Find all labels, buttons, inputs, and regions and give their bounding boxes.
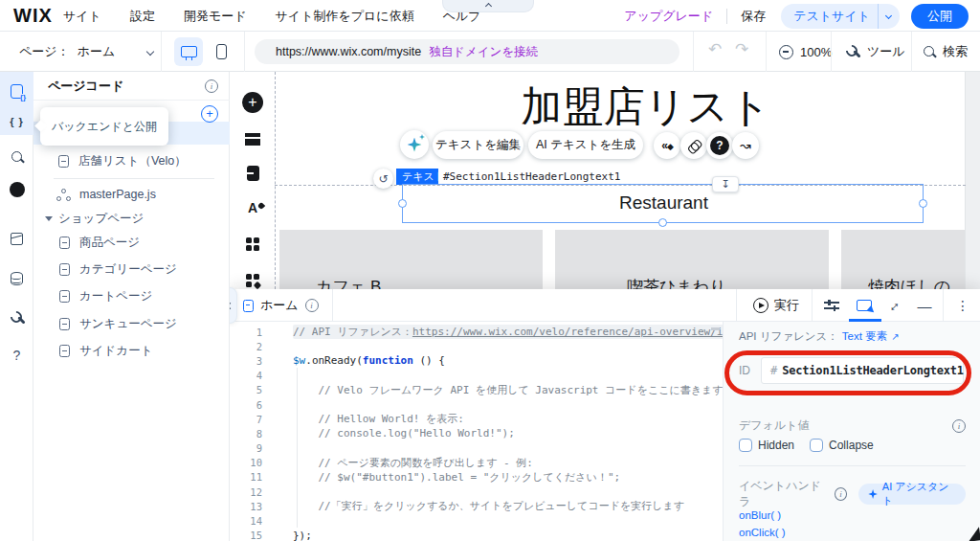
undo-button[interactable]: ↶ [708, 39, 722, 59]
app-market-button[interactable] [241, 233, 264, 256]
tree-item-side-cart[interactable]: サイドカート [33, 338, 230, 363]
tree-item-cart-page[interactable]: カートページ [33, 283, 230, 308]
menu-hire-pro[interactable]: サイト制作をプロに依頼 [276, 8, 414, 25]
redo-button[interactable]: ↷ [735, 39, 748, 59]
menu-site[interactable]: サイト [63, 8, 101, 25]
tree-item-label: サンキューページ [79, 316, 177, 332]
stretch-button[interactable]: ↧ [712, 176, 739, 192]
event-onblur[interactable]: onBlur( ) [739, 509, 781, 521]
store-card[interactable]: 喫茶ひまわり [555, 230, 829, 289]
event-onclick[interactable]: onClick( ) [739, 527, 786, 538]
element-select-mode-button[interactable] [850, 289, 879, 322]
animation-button[interactable]: «◆ [654, 132, 680, 159]
desktop-view-button[interactable] [174, 37, 203, 66]
page-elements-button[interactable] [241, 162, 264, 185]
wix-logo[interactable]: WIX [13, 5, 53, 27]
tree-item-product-page[interactable]: 商品ページ [33, 230, 230, 255]
tree-item-category-page[interactable]: カテゴリーページ [33, 257, 230, 282]
tree-item-masterpage[interactable]: masterPage.js [33, 182, 230, 207]
site-url-bar[interactable]: https://www.wix.com/mysite 独自ドメインを接続 [255, 39, 679, 64]
search-button[interactable]: 検索 [923, 32, 968, 72]
collapsed-panel-pill[interactable] [442, 0, 534, 12]
database-button[interactable] [0, 267, 33, 290]
expand-panel-button[interactable]: ↕ [882, 289, 909, 322]
minimize-panel-button[interactable]: — [911, 289, 938, 322]
add-section-button[interactable] [241, 127, 264, 150]
code-line[interactable]: 9 [230, 441, 723, 456]
code-line[interactable]: 1// API リファレンス：https://www.wix.com/velo/… [230, 325, 723, 339]
hidden-checkbox[interactable]: Hidden [739, 439, 794, 452]
connect-domain-link[interactable]: 独自ドメインを接続 [429, 44, 538, 60]
sparkle-icon [868, 489, 878, 499]
info-icon[interactable]: i [952, 419, 966, 433]
page-heading[interactable]: 加盟店リスト [507, 79, 785, 135]
selected-text[interactable]: Restaurant [403, 192, 924, 214]
mobile-view-button[interactable] [207, 37, 235, 66]
code-line[interactable]: 4 [230, 369, 723, 383]
code-line[interactable]: 7 // Hellow World! を表示: [230, 412, 723, 426]
code-files-button[interactable]: { } [0, 110, 33, 133]
zoom-control[interactable]: 100% [779, 32, 832, 72]
add-page-button[interactable]: + [201, 105, 218, 123]
code-line[interactable]: 6 [230, 397, 723, 412]
tree-item-label: カートページ [79, 288, 152, 304]
tree-item-store-list[interactable]: 店舗リスト（Velo） [33, 148, 230, 173]
page-selector[interactable]: ページ： ホーム [19, 32, 153, 72]
code-line[interactable]: 8 // console.log("Hello World!"); [230, 426, 723, 440]
sections-icon [245, 133, 260, 146]
help-button[interactable]: ? [0, 344, 33, 367]
upgrade-link[interactable]: アップグレード [624, 8, 713, 25]
properties-toggle-button[interactable] [817, 289, 846, 322]
dev-tools-button[interactable] [0, 306, 33, 329]
collapse-checkbox[interactable]: Collapse [810, 439, 874, 452]
code-line[interactable]: 11 // $w("#button1").label = "クリックしてください… [230, 470, 723, 485]
info-icon[interactable]: i [835, 487, 847, 501]
code-line[interactable]: 13 //「実行」をクリックするか、サイトをプレビューしてコードを実行します [230, 499, 723, 513]
info-icon[interactable]: i [205, 79, 218, 93]
publish-button[interactable]: 公開 [911, 4, 969, 29]
api-reference-link[interactable]: Text 要素 [842, 329, 887, 344]
code-line[interactable]: 2 [230, 339, 723, 353]
code-line[interactable]: 12 [230, 485, 723, 499]
menu-settings[interactable]: 設定 [130, 8, 155, 25]
zoom-out-icon[interactable] [779, 45, 793, 59]
tools-button[interactable]: ツール [846, 32, 905, 72]
store-card[interactable]: 焼肉ほしの [841, 230, 965, 289]
link-button[interactable] [680, 132, 707, 159]
tree-group-shop-pages[interactable]: ショップページ [33, 206, 230, 231]
add-element-button[interactable]: + [241, 91, 264, 114]
save-button[interactable]: 保存 [741, 8, 766, 25]
chevron-down-icon[interactable] [885, 12, 892, 19]
id-input[interactable]: # Section1ListHeaderLongtext1 [761, 357, 964, 384]
ai-sparkle-button[interactable] [400, 130, 429, 159]
code-editor[interactable]: 1// API リファレンス：https://www.wix.com/velo/… [230, 322, 723, 541]
ai-assistant-button[interactable]: AI アシスタント [858, 484, 966, 505]
packages-button[interactable] [0, 227, 33, 250]
site-design-button[interactable]: A [241, 196, 264, 219]
menu-dev-mode[interactable]: 開発モード [184, 8, 247, 25]
selected-text-element[interactable]: Restaurant [402, 184, 924, 223]
edit-text-button[interactable]: テキストを編集 [433, 131, 523, 159]
rotate-handle[interactable]: ↺ [373, 169, 393, 189]
tree-item-thankyou-page[interactable]: サンキューページ [33, 311, 230, 336]
code-line[interactable]: 3$w.onReady(function () { [230, 353, 723, 368]
connect-data-button[interactable]: ↝ [732, 132, 759, 159]
code-line[interactable]: 14 [230, 513, 723, 528]
test-site-button[interactable]: テストサイト [781, 4, 900, 29]
tab-home[interactable]: ホーム i [230, 289, 333, 322]
store-card[interactable]: カフェ B [279, 230, 543, 289]
code-search-button[interactable] [0, 146, 33, 169]
github-button[interactable] [0, 178, 33, 201]
generate-ai-text-button[interactable]: AI テキストを生成 [528, 131, 643, 159]
resize-handle-bottom[interactable] [658, 218, 667, 227]
id-label: ID [739, 364, 750, 377]
run-button[interactable]: 実行 [745, 289, 808, 322]
info-icon[interactable]: i [305, 299, 319, 312]
more-options-button[interactable]: ⋮ [949, 289, 976, 322]
code-line[interactable]: 10 // ページ要素の関数を呼び出します - 例: [230, 456, 723, 470]
code-line[interactable]: 5 // Velo フレームワーク API を使用して Javascript コ… [230, 383, 723, 397]
page-code-panel-button[interactable]: {} [0, 79, 33, 102]
wix-editor-window: WIX サイト 設定 開発モード サイト制作をプロに依頼 ヘルプ アップグレード… [0, 0, 980, 541]
code-line[interactable]: 15}); [230, 529, 723, 541]
help-circle-button[interactable]: ? [706, 132, 733, 159]
